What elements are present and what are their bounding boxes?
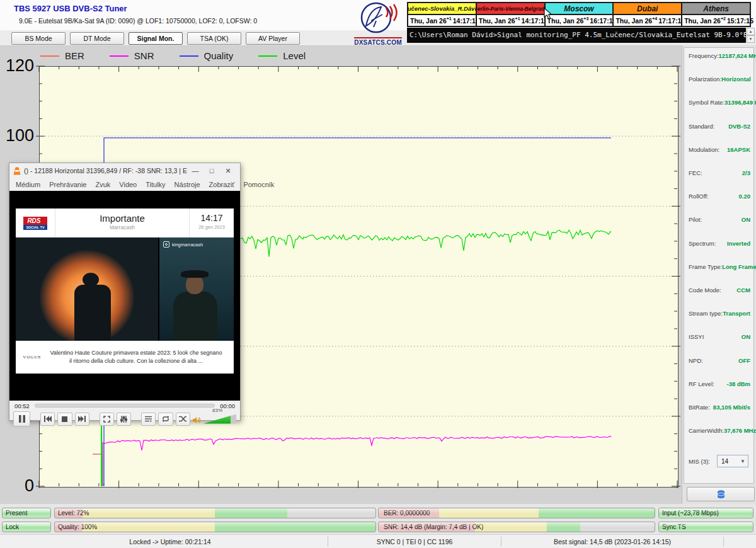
status-sync-counters: SYNC 0 | TEI 0 | CC 1196 xyxy=(328,535,501,548)
clock-time: 16:17:15 xyxy=(590,17,616,25)
mis-label: MIS (3): xyxy=(689,458,710,465)
window-close-button[interactable]: ✕ xyxy=(220,165,236,176)
legend-item-level: Level xyxy=(258,50,306,61)
playlist-button[interactable] xyxy=(141,413,156,426)
logo-text: DXSATCS.COM xyxy=(354,37,401,46)
person-head xyxy=(186,275,203,294)
vlc-cone-icon xyxy=(13,167,21,175)
clock-time-row: Thu, Jan 26+417:17:15 xyxy=(614,15,681,26)
vogue-banner: VOGUE Valentino Haute Couture primavera … xyxy=(16,341,234,374)
mouse-cursor-icon xyxy=(543,8,553,20)
sync-ts-bar: Sync TS xyxy=(658,522,753,532)
clock-city-label: Athens xyxy=(682,3,750,15)
param-value: DVB-S2 xyxy=(728,123,750,130)
param-value: CCM xyxy=(736,287,750,294)
legend-label: Quality xyxy=(204,50,234,61)
param-label: Modulation: xyxy=(689,146,719,153)
volume-slider[interactable] xyxy=(203,414,236,424)
menu-item-video[interactable]: Video xyxy=(119,181,137,188)
tab-bs-mode[interactable]: BS Mode xyxy=(11,32,66,45)
param-label: ISSYI xyxy=(689,333,704,340)
tab-tsa-ok-[interactable]: TSA (OK) xyxy=(187,32,241,45)
tab-dt-mode[interactable]: DT Mode xyxy=(70,32,124,45)
param-row: BitRate:83,105 Mbit/s xyxy=(689,404,750,411)
previous-button[interactable] xyxy=(40,413,55,426)
vlc-window: () - 12188 Horizontal 31396,849 / RF: -3… xyxy=(9,163,241,421)
menu-item-titulky[interactable]: Titulky xyxy=(146,181,165,188)
volume-percent: 83% xyxy=(212,408,222,413)
legend-item-snr: SNR xyxy=(110,50,154,61)
clock-time-row: Thu, Jan 26+215:17:15 xyxy=(682,15,750,26)
param-value: 31396,849 KS/s xyxy=(724,99,756,106)
window-maximize-button[interactable]: □ xyxy=(203,165,220,176)
legend-item-quality: Quality xyxy=(180,50,234,61)
param-label: Frequency: xyxy=(689,52,719,59)
scroll-up-icon[interactable]: ▲ xyxy=(747,28,755,35)
param-label: Symbol Rate: xyxy=(689,99,724,106)
param-row: ISSYION xyxy=(689,333,750,340)
export-button[interactable] xyxy=(687,487,755,501)
param-label: FEC: xyxy=(689,169,702,176)
param-value: OFF xyxy=(738,357,750,364)
console-input[interactable]: C:\Users\Roman Dávid>Signal monitoring_P… xyxy=(407,28,746,43)
stop-button[interactable] xyxy=(57,413,72,426)
clock-utc-offset: +3 xyxy=(583,16,588,21)
clock-column-3: DubaiThu, Jan 26+417:17:15 xyxy=(614,3,682,26)
clock-date: Thu, Jan 26 xyxy=(684,17,721,25)
clock-time-row: Thu, Jan 26+114:17:15 xyxy=(408,15,476,26)
banner-song-title: Importante xyxy=(55,213,189,224)
menu-item-zobrazit[interactable]: Zobraziť xyxy=(209,181,235,188)
volume-fill xyxy=(203,414,231,424)
equalizer-button[interactable] xyxy=(117,413,131,426)
menu-item-pomocnik[interactable]: Pomocník xyxy=(243,181,274,188)
fullscreen-button[interactable] xyxy=(100,413,114,426)
param-row: Code Mode:CCM xyxy=(689,287,750,294)
param-label: Frame Type: xyxy=(689,263,722,270)
menu-item-zvuk[interactable]: Zvuk xyxy=(95,181,110,188)
param-row: FEC:2/3 xyxy=(689,169,750,176)
legend-label: BER xyxy=(65,50,84,61)
video-frame-left xyxy=(16,237,158,341)
satellite-dish-icon xyxy=(357,2,399,33)
loop-button[interactable] xyxy=(158,413,173,426)
clock-column-2: MoscowThu, Jan 26+316:17:15 xyxy=(546,3,614,26)
mis-select[interactable]: 14 ▼ xyxy=(717,455,748,467)
tab-av-player[interactable]: AV Player xyxy=(246,32,300,45)
window-minimize-button[interactable]: — xyxy=(187,165,203,176)
param-row: Polarization:Horizontal xyxy=(689,76,750,83)
next-button[interactable] xyxy=(75,413,89,426)
dxsatcs-logo: DXSATCS.COM xyxy=(352,2,404,42)
vlc-titlebar[interactable]: () - 12188 Horizontal 31396,849 / RF: -3… xyxy=(9,163,240,178)
pause-button[interactable] xyxy=(13,411,30,426)
param-value: ON xyxy=(742,216,750,223)
scroll-down-icon[interactable]: ▼ xyxy=(747,35,755,43)
shuffle-button[interactable] xyxy=(176,413,190,426)
seek-bar[interactable] xyxy=(35,404,215,408)
param-row: Symbol Rate:31396,849 KS/s xyxy=(689,99,750,106)
param-row: NPD:OFF xyxy=(689,357,750,364)
menu-item-medium[interactable]: Médium xyxy=(16,181,40,188)
menu-item-nastroje[interactable]: Nástroje xyxy=(175,181,200,188)
series-snr xyxy=(103,437,611,487)
volume-control[interactable]: 83% xyxy=(193,414,236,424)
banner-time: 14:17 xyxy=(190,213,234,223)
chart-legend: BERSNRQualityLevel xyxy=(40,50,306,61)
tab-signal-mon-[interactable]: Signal Mon. xyxy=(129,32,183,45)
param-label: RF Level: xyxy=(689,380,714,387)
person-hat xyxy=(181,270,209,278)
video-frame-right: kingmarracash xyxy=(158,237,234,341)
video-frames: kingmarracash xyxy=(16,237,234,341)
param-value: 16APSK xyxy=(727,146,750,153)
menu-item-prehravanie[interactable]: Prehrávanie xyxy=(49,181,86,188)
legend-label: SNR xyxy=(134,50,154,61)
console-scrollbar[interactable]: ▲ ▼ xyxy=(747,28,755,43)
clock-time-row: Thu, Jan 26+316:17:15 xyxy=(546,15,613,26)
clock-utc-offset: +1 xyxy=(515,16,520,21)
legend-swatch xyxy=(258,55,277,57)
param-value: Inverted xyxy=(727,240,750,247)
quality-bar: Quality: 100% xyxy=(54,522,376,532)
clock-time-row: Thu, Jan 26+114:17:15 xyxy=(477,15,544,26)
clock-date: Thu, Jan 26 xyxy=(410,17,447,25)
param-row: RF Level:-38 dBm xyxy=(689,380,750,387)
banner-artist: Marracash xyxy=(55,224,189,231)
